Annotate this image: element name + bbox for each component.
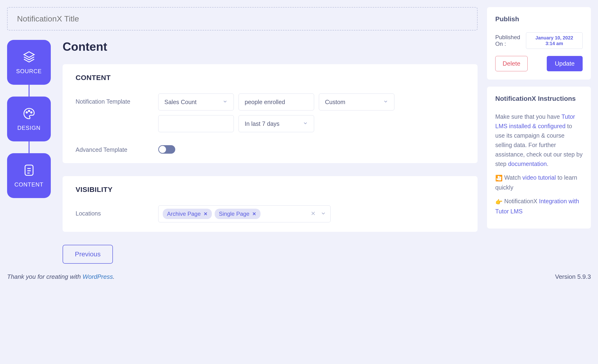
step-connector: [29, 141, 30, 153]
select-value: Custom: [325, 99, 345, 105]
visibility-card: VISIBILITY Locations Archive Page ✕ Sing…: [63, 176, 478, 232]
page-title: Content: [63, 40, 478, 54]
instructions-card: NotificationX Instructions Make sure tha…: [487, 87, 591, 228]
advanced-label: Advanced Template: [75, 142, 158, 153]
title-input[interactable]: [7, 7, 478, 31]
svg-point-3: [31, 112, 32, 113]
card-title: CONTENT: [75, 74, 465, 82]
wordpress-link[interactable]: WordPress: [83, 273, 113, 280]
chevron-down-icon: [223, 99, 228, 105]
location-tag: Single Page ✕: [215, 209, 260, 219]
layers-icon: [22, 50, 36, 64]
template-select-3[interactable]: Custom: [319, 93, 394, 111]
content-card: CONTENT Notification Template Sales Coun…: [63, 64, 478, 163]
step-connector: [29, 85, 30, 97]
template-text-2[interactable]: people enrolled: [239, 93, 314, 111]
footer: Thank you for creating with WordPress. V…: [7, 264, 591, 283]
published-on-label: Published On :: [495, 34, 526, 47]
version-label: Version 5.9.3: [555, 273, 591, 280]
tag-label: Single Page: [219, 210, 249, 217]
delete-button[interactable]: Delete: [495, 56, 528, 71]
svg-rect-4: [25, 165, 33, 175]
card-title: VISIBILITY: [75, 186, 465, 194]
svg-point-2: [28, 110, 30, 112]
step-label: SOURCE: [16, 68, 42, 75]
update-button[interactable]: Update: [547, 56, 583, 71]
video-icon: 🎦: [495, 173, 503, 183]
publish-title: Publish: [495, 15, 583, 23]
step-design[interactable]: DESIGN: [7, 97, 51, 141]
svg-point-1: [26, 112, 27, 113]
remove-tag-icon[interactable]: ✕: [204, 211, 208, 217]
svg-marker-0: [24, 52, 34, 57]
step-label: DESIGN: [17, 125, 40, 131]
chevron-down-icon: [383, 99, 388, 105]
instructions-paragraph: 🎦 Watch video tutorial to learn quickly: [495, 173, 583, 192]
remove-tag-icon[interactable]: ✕: [252, 211, 256, 217]
instructions-title: NotificationX Instructions: [495, 95, 583, 102]
palette-icon: [22, 107, 36, 120]
template-text-4[interactable]: [158, 115, 234, 132]
template-select-1[interactable]: Sales Count: [158, 93, 234, 111]
publish-card: Publish Published On : January 10, 2022 …: [487, 7, 591, 80]
chevron-down-icon: [303, 120, 308, 127]
published-date[interactable]: January 10, 2022 3:14 am: [526, 32, 583, 49]
template-select-5[interactable]: In last 7 days: [239, 115, 314, 132]
footer-thanks: Thank you for creating with: [7, 273, 83, 280]
document-icon: [22, 163, 36, 177]
text-value: people enrolled: [245, 99, 285, 105]
step-label: CONTENT: [14, 181, 43, 188]
locations-label: Locations: [75, 205, 158, 217]
step-content[interactable]: CONTENT: [7, 153, 51, 198]
chevron-down-icon[interactable]: [321, 210, 326, 217]
instructions-paragraph: Make sure that you have Tutor LMS instal…: [495, 112, 583, 169]
point-right-icon: 👉: [495, 197, 503, 207]
step-source[interactable]: SOURCE: [7, 40, 51, 85]
video-tutorial-link[interactable]: video tutorial: [523, 174, 556, 181]
documentation-link[interactable]: documentation: [508, 161, 547, 167]
tag-label: Archive Page: [167, 210, 201, 217]
clear-all-icon[interactable]: [311, 211, 316, 217]
toggle-knob: [159, 146, 166, 153]
select-value: In last 7 days: [245, 120, 279, 127]
advanced-toggle[interactable]: [158, 145, 175, 154]
location-tag: Archive Page ✕: [163, 209, 212, 219]
step-nav: SOURCE DESIGN: [7, 40, 51, 264]
previous-button[interactable]: Previous: [63, 245, 113, 264]
template-label: Notification Template: [75, 93, 158, 105]
locations-select[interactable]: Archive Page ✕ Single Page ✕: [158, 205, 331, 222]
select-value: Sales Count: [164, 99, 197, 105]
instructions-paragraph: 👉 NotificationX Integration with Tutor L…: [495, 196, 583, 216]
